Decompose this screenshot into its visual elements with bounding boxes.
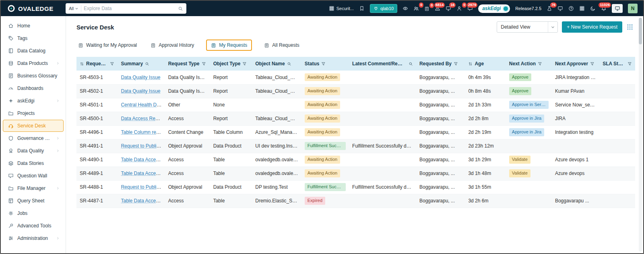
filter-icon[interactable] [627,62,632,66]
request-type-cell: Access [165,112,210,125]
sidebar-item-data-stories[interactable]: Data Stories [3,157,64,169]
column-header-next-approver[interactable]: Next Approver [552,57,599,71]
sidebar-item-business-glossary[interactable]: Business Glossary [3,70,64,82]
sidebar-item-label: Business Glossary [17,73,60,79]
topbar-bell-button[interactable]: 11026 [601,6,607,11]
column-header-summary[interactable]: Summary [118,57,165,71]
table-row[interactable]: SR-4487-1Table Data Access R...AccessTab… [76,194,635,208]
topbar-chat-button[interactable]: 2979 [467,6,473,11]
column-header-next-action[interactable]: Next Action [506,57,552,71]
summary-link[interactable]: Table Data Access R... [121,198,165,204]
column-header-object-name[interactable]: Object Name [252,57,301,71]
connection-badge[interactable]: qlab10 [370,4,397,13]
summary-link[interactable]: Central Health Depe... [121,102,165,108]
sidebar-item-jobs[interactable]: Jobs [3,207,64,219]
filter-icon[interactable] [454,62,458,66]
tab-all-requests[interactable]: All Requests [262,39,301,51]
summary-link[interactable]: Table Column request [121,129,165,135]
sidebar-item-projects[interactable]: Projects [3,107,64,119]
tab-my-requests[interactable]: My Requests [206,40,252,51]
summary-link[interactable]: Data Quality Issue [121,88,160,94]
topbar-grid9-button[interactable] [579,6,585,11]
column-header-request-type[interactable]: Request Type [165,57,210,71]
status-badge: Fulfillment Succe... [305,142,346,150]
sidebar-item-label: Tags [17,35,60,41]
sidebar-item-data-catalog[interactable]: Data Catalog [3,45,64,57]
view-selector[interactable]: Detailed View [497,21,558,33]
filter-icon[interactable] [202,62,206,66]
column-search-icon[interactable] [409,62,413,66]
sort-icon[interactable] [468,62,473,66]
table-row[interactable]: SR-4501-1Central Health Depe...OtherNone… [76,98,635,112]
sidebar-item-governance-catalog[interactable]: Governance Catalog [3,132,64,144]
tab-waiting-for-my-approval[interactable]: Waiting for My Approval [76,39,138,51]
summary-link[interactable]: Table Data Access R... [121,171,165,176]
search-scope-dropdown[interactable]: All [69,5,81,12]
summary-link[interactable]: Request to Publish a... [121,143,165,149]
table-row[interactable]: SR-4488-1Request to Publish a...Object A… [76,180,635,194]
summary-link[interactable]: Table Data Access R... [121,157,165,162]
table-row[interactable]: SR-4503-1Data Quality IssueData Quality … [76,71,635,84]
sidebar-item-query-sheet[interactable]: Query Sheet [3,195,64,207]
column-header-requested-by[interactable]: Requested By [416,57,465,71]
security-menu[interactable]: Securit... [329,6,354,11]
search-input[interactable] [84,6,175,11]
topbar-monitor-button[interactable] [557,6,563,11]
sidebar-item-dashboards[interactable]: Dashboards [3,82,64,94]
filter-icon[interactable] [538,62,542,66]
filter-icon[interactable] [590,62,594,66]
filter-icon[interactable] [110,62,114,66]
table-row[interactable]: SR-4489-1Table Data Access R...AccessTab… [76,167,635,180]
sort-icon[interactable] [80,62,84,66]
table-row[interactable]: SR-4500-1Data Access RequestAccessReport… [76,112,635,125]
search-icon[interactable] [178,6,183,11]
table-row[interactable]: SR-4490-1Table Data Access R...AccessTab… [76,153,635,167]
topbar-users-button[interactable]: 0 [413,6,419,11]
scrollbar-thumb[interactable] [639,18,642,44]
filter-icon[interactable] [242,62,247,66]
tab-approval-history[interactable]: Approval History [149,39,196,51]
column-header-status[interactable]: Status [301,57,349,71]
column-header-age[interactable]: Age [465,57,506,71]
summary-cell: Table Data Access R... [118,167,165,180]
sidebar-item-file-manager[interactable]: File Manager [3,182,64,194]
sidebar-item-home[interactable]: Home [3,20,64,32]
sidebar-item-askedgi[interactable]: askEdgi [3,95,64,107]
askedgi-button[interactable]: askEdgi [478,4,510,13]
topbar-clipboard-button[interactable]: 0 [424,6,429,11]
column-header-request-id[interactable]: Request ID [76,57,118,71]
topbar-warning-button[interactable]: 6814 [435,6,440,11]
column-search-icon[interactable] [287,62,291,66]
topbar-help-button[interactable] [568,6,574,11]
filter-icon[interactable] [321,62,326,66]
app-shortcut-button[interactable] [612,4,623,13]
brand[interactable]: OVALEDGE [7,4,54,12]
column-header-sla-status[interactable]: SLA Status [599,57,635,71]
summary-link[interactable]: Data Access Request [121,116,165,121]
table-row[interactable]: SR-4502-1Data Quality IssueData Quality … [76,84,635,98]
topbar-moon-button[interactable] [590,6,596,11]
sidebar-item-question-wall[interactable]: Question Wall [3,170,64,182]
column-search-icon[interactable] [145,62,149,66]
sidebar-item-administration[interactable]: Administration [3,232,64,244]
summary-link[interactable]: Request to Publish a... [121,184,165,190]
layout-grid-icon[interactable] [626,23,634,31]
column-header-latest-comment-remarks[interactable]: Latest Comment/Remarks [349,57,416,71]
topbar-person-button[interactable]: 0 [456,6,462,11]
sidebar-item-data-products[interactable]: Data Products [3,57,64,69]
user-avatar[interactable]: N [628,4,638,13]
summary-link[interactable]: Data Quality Issue [121,75,160,80]
table-row[interactable]: SR-4496-1Table Column requestContent Cha… [76,125,635,139]
bookmark-button[interactable] [359,6,365,11]
sidebar-item-advanced-tools[interactable]: Advanced Tools [3,220,64,232]
table-row[interactable]: SR-4491-1Request to Publish a...Object A… [76,139,635,153]
sidebar-item-service-desk[interactable]: Service Desk [3,120,64,132]
sidebar-item-tags[interactable]: Tags [3,32,64,44]
vertical-scrollbar[interactable] [639,18,642,252]
column-header-object-type[interactable]: Object Type [210,57,252,71]
new-service-request-button[interactable]: + New Service Request [562,21,622,33]
topbar-eye-button[interactable] [402,6,408,11]
topbar-flask-button[interactable]: 76 [547,6,552,11]
sidebar-item-data-quality[interactable]: Data Quality [3,145,64,157]
topbar-monitor-button[interactable]: 16 [446,6,451,11]
